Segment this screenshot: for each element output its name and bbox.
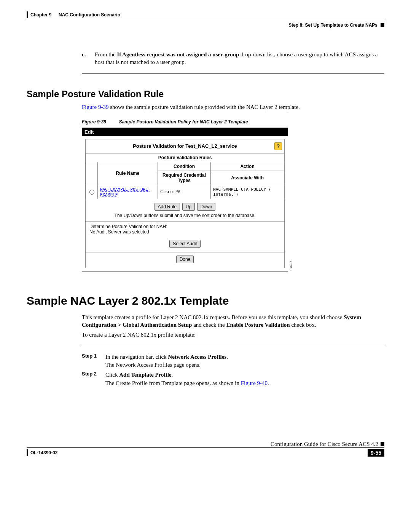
figure-button-row: Add Rule Up Down	[87, 202, 283, 211]
nah-line1: Determine Posture Validation for NAH:	[89, 224, 280, 229]
list-item-c-text: From the If Agentless request was not as…	[95, 51, 384, 66]
rule-action-cell: NAC-SAMPLE-CTA-POLICY ( Internal )	[211, 185, 284, 199]
step-1-line-1: In the navigation bar, click Network Acc…	[105, 353, 384, 361]
step-2-label: Step 2	[82, 371, 99, 388]
figure-9-40-link[interactable]: Figure 9-40	[241, 380, 268, 386]
header-mark-right	[381, 23, 384, 27]
nah-line2: No Audit Server was selected	[89, 229, 280, 235]
down-button[interactable]: Down	[197, 203, 216, 211]
figure-9-39: Edit Posture Validation for Test_NAC_L2_…	[82, 128, 288, 272]
heading-sample-posture-validation-rule: Sample Posture Validation Rule	[27, 89, 384, 99]
list-item-c: c. From the If Agentless request was not…	[82, 51, 384, 66]
figure-window-title: Edit	[82, 128, 288, 136]
footer-mark-right	[381, 442, 384, 446]
select-audit-button[interactable]: Select Audit	[169, 240, 200, 248]
figure-number: Figure 9-39	[82, 119, 106, 125]
figure-panel-title: Posture Validation for Test_NAC_L2_servi…	[86, 139, 284, 153]
add-rule-button[interactable]: Add Rule	[155, 203, 180, 211]
step-1-label: Step 1	[82, 353, 99, 370]
rules-table-title: Posture Validation Rules	[86, 153, 284, 162]
table-row: NAC-EXAMPLE-POSTURE-EXAMPLE Cisco:PA NAC…	[86, 185, 284, 199]
footer-mark-left	[27, 449, 28, 456]
nah-block: Determine Posture Validation for NAH: No…	[86, 221, 284, 237]
step-1-line-2: The Network Access Profiles page opens.	[105, 361, 384, 369]
col-required-credential-types: Required Credential Types	[158, 171, 210, 185]
col-associate-with: Associate With	[211, 171, 284, 185]
page-footer: Configuration Guide for Cisco Secure ACS…	[27, 441, 384, 457]
list-item-c-label: c.	[82, 51, 89, 66]
step-2-line-2: The Create Profile from Template page op…	[105, 379, 384, 388]
col-rule-name: Rule Name	[98, 162, 158, 185]
divider	[82, 346, 384, 346]
page-header: Chapter 9 NAC Configuration Scenario	[27, 11, 384, 18]
header-rule	[27, 20, 384, 20]
header-mark-left	[27, 11, 28, 18]
step-2-line-1: Click Add Template Profile.	[105, 371, 384, 379]
rule-name-link[interactable]: NAC-EXAMPLE-POSTURE-EXAMPLE	[100, 187, 150, 197]
figure-side-code: 158432	[289, 261, 293, 271]
rule-condition-cell: Cisco:PA	[158, 185, 210, 199]
step-label: Step 8: Set Up Templates to Create NAPs	[288, 22, 378, 28]
rule-row-radio[interactable]	[89, 190, 94, 195]
page-number: 9-55	[368, 449, 384, 457]
step-1: Step 1 In the navigation bar, click Netw…	[82, 353, 384, 370]
figure-9-39-link[interactable]: Figure 9-39	[82, 104, 108, 110]
col-action: Action	[211, 162, 284, 171]
divider	[82, 73, 384, 73]
section1-paragraph: Figure 9-39 shows the sample posture val…	[82, 103, 384, 111]
chapter-number: Chapter 9	[30, 12, 51, 18]
chapter-title: NAC Configuration Scenario	[59, 12, 120, 18]
section2-paragraph-2: To create a Layer 2 NAC 802.1x profile t…	[82, 331, 384, 339]
figure-caption: Figure 9-39 Sample Posture Validation Po…	[82, 119, 384, 125]
section2-paragraph-1: This template creates a profile for Laye…	[82, 313, 384, 329]
figure-note: The Up/Down buttons submit and save the …	[86, 213, 284, 218]
posture-validation-rules-table: Posture Validation Rules Rule Name Condi…	[86, 153, 284, 199]
footer-guide-title: Configuration Guide for Cisco Secure ACS…	[271, 441, 378, 447]
footer-doc-id: OL-14390-02	[30, 450, 57, 455]
col-condition: Condition	[158, 162, 210, 171]
step-2: Step 2 Click Add Template Profile. The C…	[82, 371, 384, 388]
heading-sample-nac-layer2-8021x-template: Sample NAC Layer 2 802.1x Template	[27, 294, 384, 307]
up-button[interactable]: Up	[182, 203, 195, 211]
help-icon[interactable]: ?	[274, 142, 282, 150]
figure-title: Sample Posture Validation Policy for NAC…	[119, 119, 248, 125]
done-button[interactable]: Done	[176, 256, 194, 263]
